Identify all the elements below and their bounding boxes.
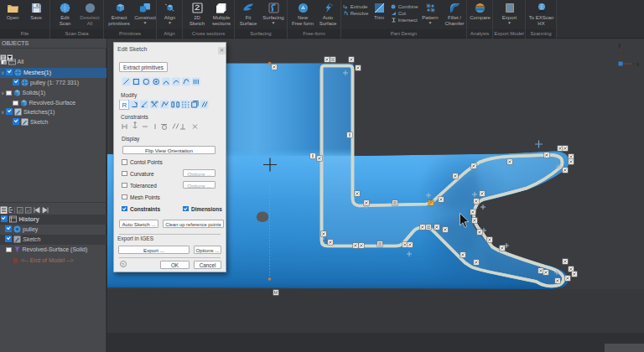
svg-text:R: R	[122, 101, 127, 109]
svg-text:M: M	[274, 290, 278, 295]
